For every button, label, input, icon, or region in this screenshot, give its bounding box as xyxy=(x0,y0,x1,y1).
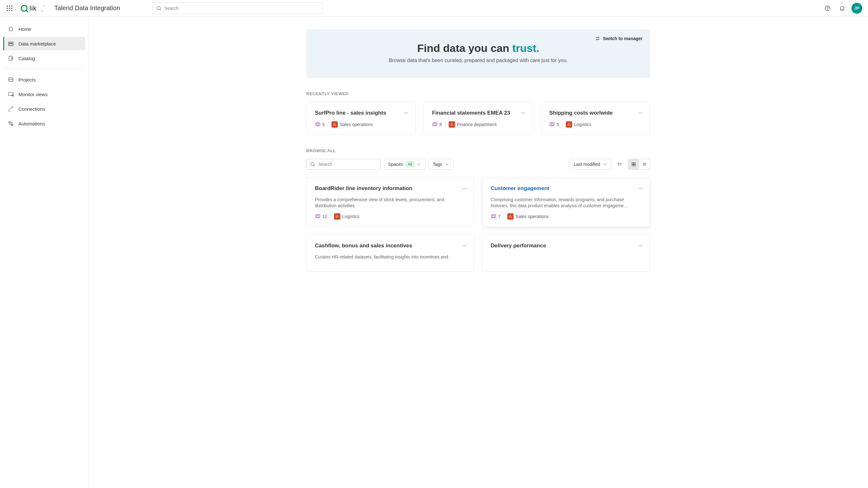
list-icon xyxy=(642,162,647,167)
svg-point-43 xyxy=(452,123,452,124)
browse-card[interactable]: Cashflow, bonus and sales incentivesCura… xyxy=(306,235,474,272)
sidebar-item-label: Home xyxy=(19,26,31,32)
dataset-count: 8 xyxy=(432,122,442,127)
svg-rect-22 xyxy=(9,56,12,60)
sort-asc-icon xyxy=(617,161,622,167)
svg-point-47 xyxy=(640,113,641,113)
space-label: Logistics xyxy=(334,213,360,220)
svg-rect-18 xyxy=(9,42,13,43)
svg-point-7 xyxy=(9,10,10,11)
switch-to-manager-button[interactable]: Switch to manager xyxy=(595,36,643,41)
search-icon xyxy=(310,161,315,167)
dataset-count: 5 xyxy=(315,122,325,127)
sidebar-item-monitor-views[interactable]: Monitor views xyxy=(3,88,85,101)
main-content: Switch to manager Find data you can trus… xyxy=(89,17,868,488)
browse-card[interactable]: BoardRider line inventory informationPro… xyxy=(306,177,474,227)
sidebar-item-home[interactable]: Home xyxy=(3,22,85,36)
sidebar-item-automations[interactable]: Automations xyxy=(3,117,85,130)
svg-point-66 xyxy=(463,188,463,189)
svg-point-46 xyxy=(639,113,639,113)
dataset-icon xyxy=(315,122,321,127)
svg-point-48 xyxy=(641,113,642,113)
svg-point-44 xyxy=(451,125,451,125)
chevron-down-icon xyxy=(445,162,449,166)
browse-card[interactable]: Customer engagementComprising customer i… xyxy=(482,177,650,227)
global-search-input[interactable] xyxy=(164,6,319,11)
sidebar-item-catalog[interactable]: Catalog xyxy=(3,52,85,65)
recently-viewed-card[interactable]: SurfPro line - sales insights5Sales oper… xyxy=(306,102,416,135)
browse-search-box[interactable] xyxy=(306,159,381,170)
space-icon xyxy=(448,121,455,128)
svg-point-3 xyxy=(7,8,8,9)
space-icon xyxy=(334,213,340,220)
sort-direction-button[interactable] xyxy=(615,159,625,170)
svg-rect-28 xyxy=(9,121,10,123)
filter-spaces-button[interactable]: Spaces All xyxy=(384,159,425,170)
help-button[interactable] xyxy=(822,3,833,14)
list-view-button[interactable] xyxy=(639,159,650,169)
card-more-button[interactable] xyxy=(519,109,527,117)
apps-grid-icon[interactable] xyxy=(6,4,13,12)
card-meta: 5Sales operations xyxy=(315,121,407,128)
card-description: Provides a comprehensive view of stock l… xyxy=(315,197,466,209)
catalog-icon xyxy=(8,55,14,61)
sort-button[interactable]: Last modified xyxy=(570,159,611,170)
space-label: Logistics xyxy=(566,121,591,128)
card-more-button[interactable] xyxy=(402,109,410,117)
card-more-button[interactable] xyxy=(637,109,644,117)
svg-point-17 xyxy=(827,9,828,9)
sidebar-item-projects[interactable]: Projects xyxy=(3,73,85,86)
svg-rect-62 xyxy=(634,165,636,166)
card-description: Comprising customer information, rewards… xyxy=(491,197,642,209)
card-title: BoardRider line inventory information xyxy=(315,185,466,192)
dataset-icon xyxy=(432,122,438,127)
filter-spaces-chip: All xyxy=(406,161,414,167)
svg-point-52 xyxy=(568,125,568,125)
svg-point-0 xyxy=(7,5,8,7)
browse-toolbar: Spaces All Tags Last modified xyxy=(306,159,650,170)
dataset-icon xyxy=(315,214,321,219)
svg-line-10 xyxy=(26,10,28,12)
recently-viewed-card[interactable]: Financial statements EMEA 238Finance dep… xyxy=(424,102,533,135)
svg-point-30 xyxy=(404,113,405,113)
dataset-icon xyxy=(491,214,496,219)
user-avatar[interactable]: JP xyxy=(851,3,862,14)
svg-point-5 xyxy=(11,8,12,9)
browse-search-input[interactable] xyxy=(318,162,377,167)
browse-card[interactable]: Delivery performance xyxy=(482,235,650,272)
chevron-down-icon xyxy=(603,162,607,166)
svg-point-12 xyxy=(41,10,42,11)
recently-viewed-card[interactable]: Shipping costs worlwide5Logistics xyxy=(541,102,650,135)
svg-point-76 xyxy=(641,188,642,189)
card-more-button[interactable] xyxy=(637,185,644,192)
filter-tags-button[interactable]: Tags xyxy=(429,159,454,170)
card-more-button[interactable] xyxy=(637,242,644,250)
notifications-button[interactable] xyxy=(837,3,848,14)
more-horizontal-icon xyxy=(403,110,409,116)
sidebar-item-connections[interactable]: Connections xyxy=(3,102,85,116)
global-search-box[interactable] xyxy=(153,3,322,14)
hero-banner: Switch to manager Find data you can trus… xyxy=(306,29,650,78)
marketplace-icon xyxy=(8,40,14,47)
grid-view-button[interactable] xyxy=(628,159,639,169)
space-label: Finance department xyxy=(448,121,497,128)
svg-point-53 xyxy=(570,125,570,125)
card-title: Customer engagement xyxy=(491,185,642,192)
dataset-count: 7 xyxy=(491,214,500,219)
sidebar-item-data-marketplace[interactable]: Data marketplace xyxy=(3,37,85,50)
sidebar-item-label: Automations xyxy=(19,121,45,126)
svg-point-51 xyxy=(569,123,569,124)
card-meta: 12Logistics xyxy=(315,213,466,220)
more-horizontal-icon xyxy=(638,243,643,249)
card-title: Shipping costs worlwide xyxy=(549,110,642,116)
svg-point-72 xyxy=(336,217,337,218)
svg-point-31 xyxy=(406,113,406,113)
card-more-button[interactable] xyxy=(461,242,468,250)
svg-point-37 xyxy=(335,125,336,125)
card-more-button[interactable] xyxy=(461,185,468,192)
more-horizontal-icon xyxy=(462,186,467,191)
svg-point-86 xyxy=(640,246,641,246)
search-icon xyxy=(156,5,162,11)
qlik-logo[interactable]: lik ® xyxy=(20,4,48,12)
card-meta: 5Logistics xyxy=(549,121,642,128)
